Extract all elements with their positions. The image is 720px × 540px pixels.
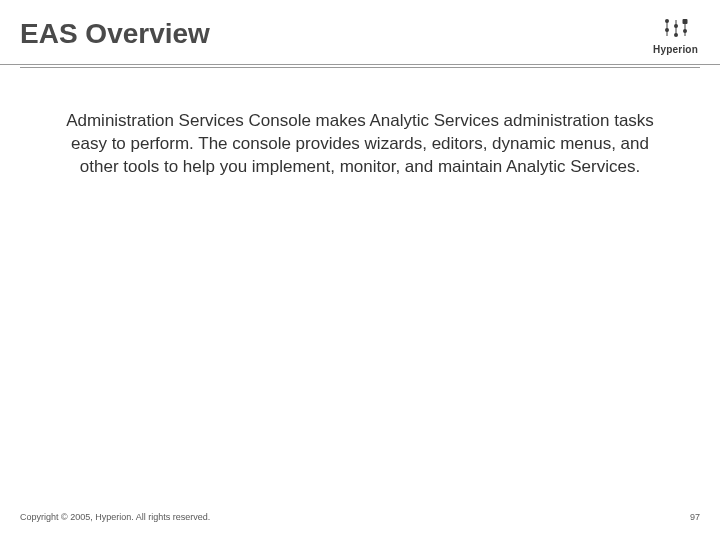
svg-rect-7 (682, 19, 687, 24)
slide: EAS Overview Hyperion (0, 0, 720, 540)
page-number: 97 (690, 512, 700, 522)
svg-point-4 (665, 28, 669, 32)
slide-body: Administration Services Console makes An… (0, 68, 720, 179)
svg-point-6 (674, 33, 678, 37)
svg-point-5 (674, 24, 678, 28)
hyperion-logo-text: Hyperion (653, 44, 698, 55)
slide-footer: Copyright © 2005, Hyperion. All rights r… (0, 512, 720, 522)
svg-point-8 (683, 29, 687, 33)
svg-point-3 (665, 19, 669, 23)
copyright-text: Copyright © 2005, Hyperion. All rights r… (20, 512, 210, 522)
slide-header: EAS Overview Hyperion (0, 0, 720, 56)
slide-title: EAS Overview (20, 18, 700, 50)
hyperion-logo-icon (662, 18, 690, 38)
hyperion-logo: Hyperion (653, 18, 698, 57)
divider-outer (0, 64, 720, 65)
body-paragraph: Administration Services Console makes An… (60, 110, 660, 179)
